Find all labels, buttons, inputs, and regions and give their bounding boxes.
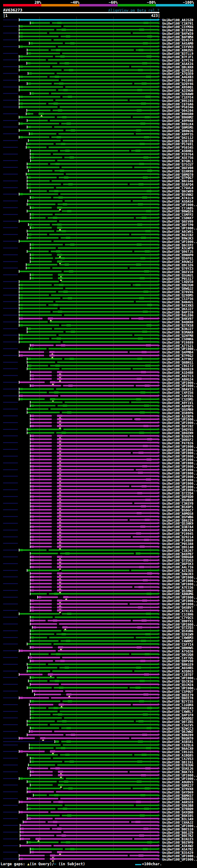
alignment-bar[interactable] <box>28 764 158 766</box>
alignment-bar[interactable] <box>19 355 158 356</box>
alignment-bar[interactable] <box>27 841 158 843</box>
subject-label[interactable]: UniRef100_C1C0H6 <box>162 613 193 616</box>
subject-label[interactable]: UniRef100_UPI000.. <box>162 227 197 230</box>
alignment-bar[interactable] <box>34 694 158 695</box>
subject-label[interactable]: UniRef100_Q6EE78 <box>162 696 193 700</box>
subject-label[interactable]: UniRef100_UPI000.. <box>162 421 197 424</box>
subject-label[interactable]: UniRef100_Q6P5K3 <box>162 562 193 565</box>
alignment-bar[interactable] <box>27 787 158 789</box>
subject-label[interactable]: UniRef100_UPI000.. <box>162 576 197 579</box>
alignment-bar[interactable] <box>19 301 158 302</box>
subject-label[interactable]: UniRef100_Q95140 <box>162 546 193 549</box>
subject-label[interactable]: UniRef100_C4WRM2 <box>162 640 193 643</box>
subject-label[interactable]: UniRef100_B6QNT0 <box>162 737 193 740</box>
alignment-bar[interactable] <box>19 39 158 41</box>
subject-label[interactable]: UniRef100_B9SLK4 <box>162 123 193 126</box>
subject-label[interactable]: UniRef100_Q8II61 <box>162 761 193 764</box>
alignment-bar[interactable] <box>26 113 158 115</box>
alignment-bar[interactable] <box>19 858 158 860</box>
alignment-bar[interactable] <box>19 751 158 752</box>
subject-label[interactable]: UniRef100_P05317 <box>162 277 193 280</box>
subject-label[interactable]: UniRef100_C5MFP2 <box>162 213 193 216</box>
subject-label[interactable]: UniRef100_UPI000.. <box>162 599 197 602</box>
subject-label[interactable]: UniRef100_B3TK58 <box>162 324 193 327</box>
subject-label[interactable]: UniRef100_Q8WQJ2 <box>162 287 193 290</box>
subject-label[interactable]: UniRef100_Q56FG1 <box>162 257 193 260</box>
subject-label[interactable]: UniRef100_Q53HK9 <box>162 522 193 525</box>
subject-label[interactable]: UniRef100_P19889 <box>162 341 193 344</box>
subject-label[interactable]: UniRef100_A7E336 <box>162 586 193 589</box>
subject-label[interactable]: UniRef100_Q5XUB6 <box>162 629 193 632</box>
subject-label[interactable]: UniRef100_Q9DG68 <box>162 555 193 559</box>
subject-label[interactable]: UniRef100_P50345 <box>162 146 193 149</box>
subject-label[interactable]: UniRef100_C0S1G5 <box>162 750 193 753</box>
subject-label[interactable]: UniRef100_UPI000.. <box>162 418 197 421</box>
subject-label[interactable]: UniRef100_Q29DM5 <box>162 294 193 297</box>
alignment-bar[interactable] <box>30 851 158 853</box>
alignment-bar[interactable] <box>19 811 158 813</box>
subject-label[interactable]: UniRef100_Q42112 <box>162 136 193 139</box>
alignment-bar[interactable] <box>30 489 158 491</box>
alignment-bar[interactable] <box>30 499 158 501</box>
subject-label[interactable]: UniRef100_UPI000.. <box>162 468 197 471</box>
subject-label[interactable]: UniRef100_C5GCV5 <box>162 723 193 727</box>
alignment-bar[interactable] <box>30 261 158 262</box>
subject-label[interactable]: UniRef100_B0Z9P0 <box>162 841 193 844</box>
subject-label[interactable]: UniRef100_B6H919 <box>162 368 193 371</box>
alignment-bar[interactable] <box>19 86 158 88</box>
subject-label[interactable]: UniRef100_UPI000.. <box>162 623 197 626</box>
alignment-bar[interactable] <box>27 180 158 182</box>
alignment-bar[interactable] <box>19 697 158 699</box>
alignment-bar[interactable] <box>30 197 158 198</box>
subject-label[interactable]: UniRef100_Q9NHP0 <box>162 253 193 256</box>
alignment-bar[interactable] <box>19 674 158 675</box>
subject-label[interactable]: UniRef100_A9UW12 <box>162 260 193 263</box>
alignment-bar[interactable] <box>27 643 158 645</box>
subject-label[interactable]: UniRef100_B4LE06 <box>162 314 193 317</box>
alignment-bar[interactable] <box>27 251 158 252</box>
alignment-bar[interactable] <box>20 838 158 840</box>
alignment-bar[interactable] <box>30 677 158 678</box>
alignment-bar[interactable] <box>30 714 158 715</box>
subject-label[interactable]: UniRef100_UPI000.. <box>162 462 197 465</box>
subject-label[interactable]: UniRef100_A4GXB3 <box>162 75 193 79</box>
alignment-bar[interactable] <box>19 46 158 48</box>
alignment-bar[interactable] <box>20 831 158 833</box>
alignment-bar[interactable] <box>30 583 158 584</box>
alignment-bar[interactable] <box>19 116 158 118</box>
alignment-bar[interactable] <box>19 56 158 57</box>
subject-label[interactable]: UniRef100_A5A7R2 <box>162 848 193 851</box>
alignment-bar[interactable] <box>19 69 158 71</box>
subject-label[interactable]: UniRef100_C4WRL7 <box>162 710 193 713</box>
alignment-bar[interactable] <box>30 466 158 467</box>
alignment-bar[interactable] <box>30 526 158 527</box>
alignment-bar[interactable] <box>30 603 158 605</box>
alignment-bar[interactable] <box>27 331 158 333</box>
subject-label[interactable]: UniRef100_Q8MZJ7 <box>162 784 193 787</box>
alignment-bar[interactable] <box>27 798 158 799</box>
alignment-bar[interactable] <box>20 825 158 826</box>
subject-label[interactable]: UniRef100_UPI000.. <box>162 774 197 777</box>
subject-label[interactable]: UniRef100_C7JA05 <box>162 207 193 210</box>
alignment-bar[interactable] <box>30 566 158 568</box>
subject-label[interactable]: UniRef100_A9PH48 <box>162 119 193 122</box>
alignment-bar[interactable] <box>19 291 158 292</box>
subject-label[interactable]: UniRef100_C7YQC5 <box>162 616 193 619</box>
subject-label[interactable]: UniRef100_UPI000.. <box>162 855 197 858</box>
alignment-bar[interactable] <box>30 580 158 581</box>
subject-label[interactable]: UniRef100_A7XLX5 <box>162 609 193 613</box>
subject-label[interactable]: UniRef100_Q9U3U0 <box>162 284 193 287</box>
alignment-bar[interactable] <box>29 731 158 732</box>
subject-label[interactable]: UniRef100_P19945 <box>162 532 193 535</box>
subject-label[interactable]: UniRef100_Q8MQT0 <box>162 173 193 176</box>
subject-label[interactable]: UniRef100_Q7RRQ9 <box>162 807 193 810</box>
subject-label[interactable]: UniRef100_Q7ZZQ3 <box>162 626 193 629</box>
subject-label[interactable]: UniRef100_Q5UBX0 <box>162 498 193 502</box>
alignment-bar[interactable] <box>30 227 158 228</box>
subject-label[interactable]: UniRef100_B4FNM4 <box>162 35 193 38</box>
subject-label[interactable]: UniRef100_C4QV50 <box>162 280 193 283</box>
alignment-bar[interactable] <box>27 143 158 145</box>
subject-label[interactable]: UniRef100_UPI000.. <box>162 445 197 448</box>
alignment-bar[interactable] <box>30 482 158 484</box>
subject-label[interactable]: UniRef100_A1CRF6 <box>162 415 193 418</box>
